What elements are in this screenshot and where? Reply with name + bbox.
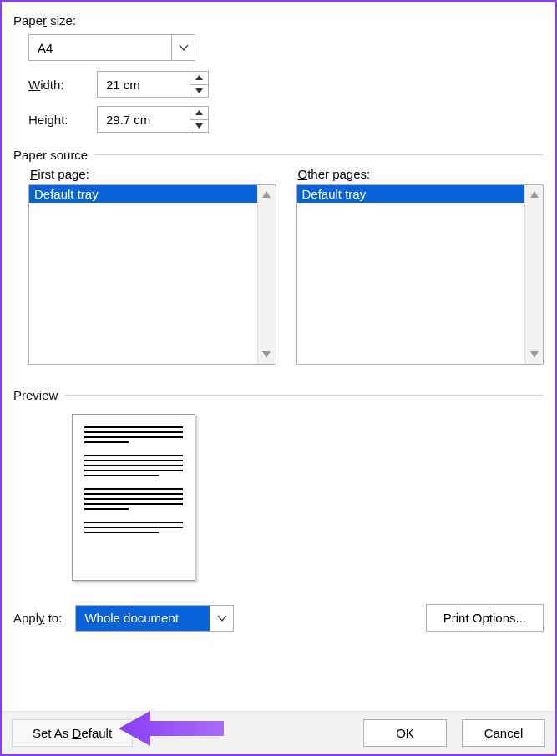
page-setup-dialog: Paper size: A4 Width: 21 cm xyxy=(0,0,557,756)
chevron-down-icon[interactable] xyxy=(171,35,195,60)
width-spinbox[interactable]: 21 cm xyxy=(97,71,209,98)
svg-marker-0 xyxy=(195,75,203,80)
triangle-down-icon[interactable] xyxy=(261,350,271,359)
scrollbar[interactable] xyxy=(257,185,276,364)
other-pages-label: Other pages: xyxy=(298,167,544,181)
paper-size-dropdown[interactable]: A4 xyxy=(28,34,195,61)
print-options-button[interactable]: Print Options... xyxy=(426,604,544,632)
width-value: 21 cm xyxy=(98,72,190,97)
chevron-down-icon[interactable] xyxy=(210,606,233,631)
paper-size-value: A4 xyxy=(29,35,171,60)
height-value: 29.7 cm xyxy=(98,107,190,132)
svg-marker-3 xyxy=(195,123,203,129)
list-item[interactable]: Default tray xyxy=(297,185,525,203)
other-pages-listbox[interactable]: Default tray xyxy=(296,184,544,365)
apply-to-label: Apply to: xyxy=(13,611,62,625)
ok-button[interactable]: OK xyxy=(363,719,447,747)
paper-source-section-label: Paper source xyxy=(13,148,88,162)
height-label: Height: xyxy=(28,113,80,127)
svg-marker-4 xyxy=(262,191,271,198)
preview-section-label: Preview xyxy=(13,388,58,402)
apply-to-value: Whole document xyxy=(76,606,210,631)
triangle-up-icon[interactable] xyxy=(529,190,539,199)
scrollbar[interactable] xyxy=(524,185,543,364)
first-page-label: First page: xyxy=(30,167,276,181)
set-as-default-button[interactable]: Set As Default xyxy=(12,719,133,747)
cancel-button[interactable]: Cancel xyxy=(462,719,545,747)
height-spinbox[interactable]: 29.7 cm xyxy=(97,106,209,133)
svg-marker-6 xyxy=(530,191,539,198)
paper-size-label: Paper size: xyxy=(13,13,76,28)
page-preview xyxy=(72,414,195,581)
divider xyxy=(94,154,544,155)
triangle-down-icon[interactable] xyxy=(190,85,208,98)
triangle-down-icon[interactable] xyxy=(529,350,539,359)
triangle-up-icon[interactable] xyxy=(190,107,208,120)
dialog-footer: Set As Default OK Cancel xyxy=(2,711,555,754)
list-item[interactable]: Default tray xyxy=(29,185,257,203)
width-label: Width: xyxy=(28,78,80,92)
triangle-down-icon[interactable] xyxy=(190,120,208,133)
svg-marker-2 xyxy=(195,110,203,115)
first-page-listbox[interactable]: Default tray xyxy=(28,184,276,365)
svg-marker-7 xyxy=(530,351,539,358)
apply-to-dropdown[interactable]: Whole document xyxy=(75,605,234,632)
svg-marker-1 xyxy=(195,88,203,93)
svg-marker-5 xyxy=(262,351,271,358)
triangle-up-icon[interactable] xyxy=(261,190,271,199)
triangle-up-icon[interactable] xyxy=(190,72,208,85)
divider xyxy=(64,395,544,396)
